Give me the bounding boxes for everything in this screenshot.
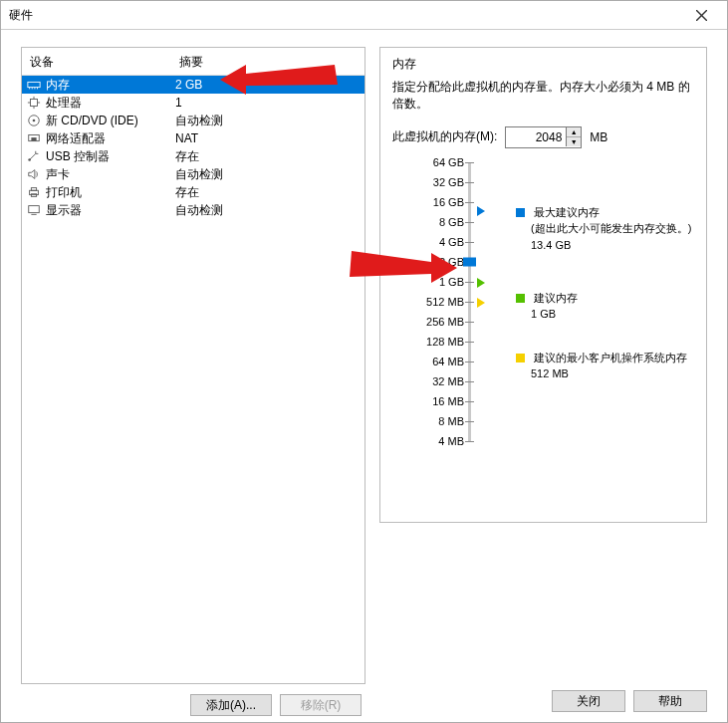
device-name: 声卡 [46,166,175,183]
memory-input[interactable] [506,127,566,147]
min-recommended-marker [477,298,485,308]
memory-spinner[interactable]: ▲ ▼ [505,126,582,148]
memory-label: 此虚拟机的内存(M): [392,128,497,145]
usb-icon [26,148,42,164]
memory-description: 指定分配给此虚拟机的内存量。内存大小必须为 4 MB 的倍数。 [392,79,694,113]
memory-unit: MB [590,130,607,144]
memory-settings-panel: 内存 指定分配给此虚拟机的内存量。内存大小必须为 4 MB 的倍数。 此虚拟机的… [379,47,707,523]
slider-tick [465,381,474,382]
dialog-footer: 关闭 帮助 [1,690,727,712]
device-summary: 自动检测 [175,166,361,183]
device-row-cd[interactable]: 新 CD/DVD (IDE)自动检测 [22,112,364,129]
col-device: 设备 [30,54,179,71]
slider-tick-label: 4 GB [439,236,464,248]
device-row-net[interactable]: 网络适配器NAT [22,129,364,147]
device-row-sound[interactable]: 声卡自动检测 [22,165,364,183]
slider-tick-label: 4 MB [438,435,464,447]
device-name: 新 CD/DVD (IDE) [46,113,175,129]
slider-tick-label: 32 GB [433,176,464,188]
legend-max-title: 最大建议内存 [534,206,600,218]
legend-min-icon [516,354,525,362]
legend-min-title: 建议的最小客户机操作系统内存 [534,352,687,363]
device-name: 显示器 [46,202,175,219]
slider-tick [465,421,474,422]
hardware-dialog: 硬件 设备 摘要 内存2 GB处理器1新 CD/DVD (IDE)自动检测网络适… [0,0,728,723]
spinner-down[interactable]: ▼ [567,137,581,146]
slider-tick [465,182,474,183]
slider-tick-label: 32 MB [432,375,464,387]
legend-max-note: (超出此大小可能发生内存交换。) [531,222,691,234]
device-summary: 2 GB [175,78,361,92]
slider-tick [465,362,474,362]
printer-icon [26,184,42,200]
slider-tick [465,342,474,343]
slider-tick [465,222,474,223]
device-list-panel: 设备 摘要 内存2 GB处理器1新 CD/DVD (IDE)自动检测网络适配器N… [21,47,365,684]
device-row-display[interactable]: 显示器自动检测 [22,201,364,219]
slider-tick [465,162,474,163]
close-button[interactable]: 关闭 [552,690,625,712]
slider-tick-label: 16 GB [433,196,464,208]
device-summary: 存在 [175,148,361,165]
device-list-header: 设备 摘要 [22,48,364,76]
svg-rect-2 [28,82,40,87]
device-summary: NAT [175,131,361,145]
slider-tick [465,401,474,402]
device-name: 内存 [46,77,175,94]
slider-tick [465,441,474,442]
device-summary: 自动检测 [175,202,361,219]
window-close-button[interactable] [681,3,721,27]
legend-rec-title: 建议内存 [534,292,578,304]
device-summary: 自动检测 [175,113,361,129]
help-button[interactable]: 帮助 [633,690,707,712]
svg-rect-18 [31,188,36,191]
cpu-icon [26,95,42,111]
memory-group-title: 内存 [392,56,694,73]
device-row-printer[interactable]: 打印机存在 [22,183,364,201]
memory-slider-handle[interactable] [463,257,476,266]
spinner-up[interactable]: ▲ [567,127,581,137]
sound-icon [26,166,42,182]
slider-tick-label: 256 MB [426,316,464,328]
close-icon [696,10,707,21]
memory-slider-area: 64 GB32 GB16 GB8 GB4 GB2 GB1 GB512 MB256… [420,162,694,461]
device-list: 内存2 GB处理器1新 CD/DVD (IDE)自动检测网络适配器NATUSB … [22,76,364,219]
svg-rect-7 [31,100,38,107]
legend-max-icon [516,208,525,217]
device-name: 处理器 [46,95,175,112]
slider-tick-label: 8 MB [438,415,464,427]
device-name: USB 控制器 [46,148,175,165]
recommended-marker [477,278,485,288]
memory-icon [26,77,42,93]
device-row-memory[interactable]: 内存2 GB [22,76,364,94]
legend-min-val: 512 MB [531,367,569,379]
legend-rec-icon [516,294,525,303]
slider-tick-label: 64 GB [433,156,464,168]
device-summary: 1 [175,96,361,110]
device-name: 网络适配器 [46,130,175,147]
slider-tick-label: 2 GB [439,256,464,268]
slider-tick [465,202,474,203]
slider-tick [465,322,474,323]
slider-tick-label: 64 MB [432,356,464,367]
legend-max-val: 13.4 GB [531,239,571,251]
svg-point-13 [33,120,36,122]
svg-rect-20 [29,206,40,213]
slider-tick [465,282,474,283]
content: 设备 摘要 内存2 GB处理器1新 CD/DVD (IDE)自动检测网络适配器N… [21,47,707,672]
cd-icon [26,113,42,128]
device-row-usb[interactable]: USB 控制器存在 [22,147,364,165]
device-row-cpu[interactable]: 处理器1 [22,94,364,112]
window-title: 硬件 [9,7,33,24]
slider-tick-label: 8 GB [439,216,464,228]
slider-tick [465,242,474,243]
net-icon [26,130,42,146]
device-name: 打印机 [46,184,175,201]
display-icon [26,202,42,218]
slider-tick-label: 1 GB [439,276,464,288]
svg-rect-15 [31,137,36,141]
slider-tick-label: 128 MB [426,336,464,348]
slider-tick-label: 16 MB [432,395,464,407]
legend-rec-val: 1 GB [531,308,556,320]
col-summary: 摘要 [179,54,357,71]
